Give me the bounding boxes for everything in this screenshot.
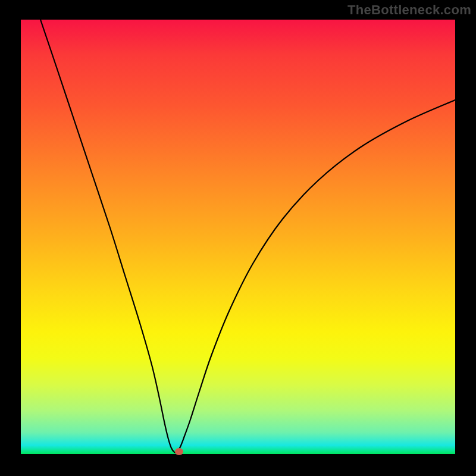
attribution-text: TheBottleneck.com [347,2,471,18]
plot-area [21,20,455,454]
bottleneck-curve [21,20,455,454]
minimum-marker-icon [175,448,183,455]
chart-frame: TheBottleneck.com [0,0,476,476]
